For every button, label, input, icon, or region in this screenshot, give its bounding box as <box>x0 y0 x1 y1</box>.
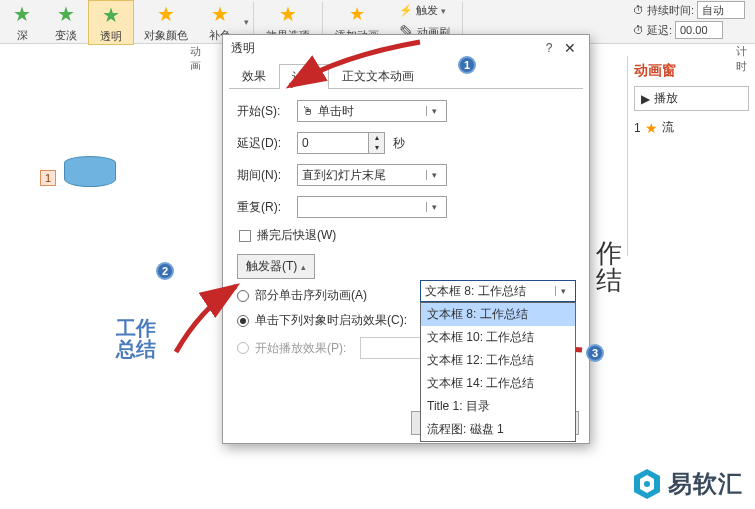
ribbon-label: 变淡 <box>55 28 77 43</box>
dropdown-option[interactable]: 文本框 8: 工作总结 <box>421 303 575 326</box>
animation-list-item[interactable]: 1 ★ 流 <box>634 119 749 136</box>
ribbon-item-objcolor[interactable]: ★ 对象颜色 <box>134 0 198 43</box>
ribbon-label: 对象颜色 <box>144 28 188 43</box>
ribbon-item-deep[interactable]: ★ 深 <box>0 0 44 43</box>
dialog-title: 透明 <box>231 40 539 57</box>
ribbon-label: 深 <box>17 28 28 43</box>
trigger-expand-button[interactable]: 触发器(T) ▴ <box>237 254 315 279</box>
watermark-logo: 易软汇 <box>632 467 743 501</box>
trigger-menu[interactable]: ⚡触发 ▾ <box>395 2 454 19</box>
tab-timing[interactable]: 计时 <box>279 64 329 89</box>
repeat-combo[interactable]: ▾ <box>297 196 447 218</box>
start-label: 开始(S): <box>237 103 297 120</box>
logo-icon <box>632 467 662 501</box>
dialog-tabs: 效果 计时 正文文本动画 <box>229 63 583 89</box>
chevron-down-icon: ▾ <box>555 286 571 296</box>
delay-unit: 秒 <box>393 135 405 152</box>
delay-label: 延迟(D): <box>237 135 297 152</box>
ribbon-item-transparent[interactable]: ★ 透明 <box>88 0 134 45</box>
delay-spinner[interactable]: ▴▾ <box>369 132 385 154</box>
star-icon: ★ <box>99 3 123 27</box>
delay-input[interactable]: 0 <box>297 132 369 154</box>
animation-pane: 动画窗 ▶播放 1 ★ 流 <box>627 56 755 256</box>
star-icon: ★ <box>154 2 178 26</box>
play-icon: ▶ <box>641 92 650 106</box>
help-button[interactable]: ? <box>539 41 559 55</box>
dropdown-option[interactable]: 流程图: 磁盘 1 <box>421 418 575 441</box>
play-from-button[interactable]: ▶播放 <box>634 86 749 111</box>
ribbon-label: 透明 <box>100 29 122 44</box>
dialog-titlebar: 透明 ? ✕ <box>223 35 589 61</box>
duration-combo[interactable]: 直到幻灯片末尾▾ <box>297 164 447 186</box>
trigger-label: 触发 <box>416 3 438 18</box>
ribbon-item-fade[interactable]: ★ 变淡 <box>44 0 88 43</box>
add-anim-icon: ★ <box>345 2 369 26</box>
slide-canvas: 1 工作总结 <box>0 70 215 509</box>
dropdown-option[interactable]: Title 1: 目录 <box>421 395 575 418</box>
star-icon: ★ <box>276 2 300 26</box>
dropdown-option[interactable]: 文本框 12: 工作总结 <box>421 349 575 372</box>
clock-icon: ⏱ <box>633 24 644 36</box>
group-label-anim: 动画 <box>184 44 210 62</box>
animation-pane-title: 动画窗 <box>634 62 749 80</box>
checkbox-icon <box>239 230 251 242</box>
duration-field: ⏱ 持续时间: 自动 <box>629 0 749 20</box>
gallery-more-icon[interactable]: ▾ <box>244 17 249 27</box>
logo-text: 易软汇 <box>668 468 743 500</box>
chevron-up-icon: ▴ <box>301 262 306 272</box>
close-button[interactable]: ✕ <box>559 40 581 56</box>
anim-index-badge[interactable]: 1 <box>40 170 56 186</box>
annotation-badge-3: 3 <box>586 344 604 362</box>
mouse-icon: 🖱 <box>302 104 314 118</box>
trigger-object-combo[interactable]: 文本框 8: 工作总结▾ <box>420 280 576 302</box>
dropdown-option[interactable]: 文本框 14: 工作总结 <box>421 372 575 395</box>
duration-label: 持续时间: <box>647 3 694 18</box>
item-label: 流 <box>662 119 674 136</box>
repeat-label: 重复(R): <box>237 199 297 216</box>
slide-text-behind: 作结 <box>596 240 622 295</box>
duration-input[interactable]: 自动 <box>697 1 745 19</box>
delay-label: 延迟: <box>647 23 672 38</box>
radio-label: 单击下列对象时启动效果(C): <box>255 312 407 329</box>
star-icon: ★ <box>645 120 658 136</box>
item-index: 1 <box>634 121 641 135</box>
tab-effect[interactable]: 效果 <box>229 63 279 88</box>
trigger-object-dropdown: 文本框 8: 工作总结 文本框 10: 工作总结 文本框 12: 工作总结 文本… <box>420 302 576 442</box>
start-combo[interactable]: 🖱 单击时 ▾ <box>297 100 447 122</box>
dropdown-option[interactable]: 文本框 10: 工作总结 <box>421 326 575 349</box>
duration-label: 期间(N): <box>237 167 297 184</box>
star-icon: ★ <box>208 2 232 26</box>
annotation-badge-1: 1 <box>458 56 476 74</box>
svg-point-0 <box>644 481 650 487</box>
radio-label: 部分单击序列动画(A) <box>255 287 367 304</box>
star-icon: ★ <box>10 2 34 26</box>
cylinder-shape[interactable] <box>64 156 116 196</box>
rewind-checkbox[interactable]: 播完后快退(W) <box>239 227 575 244</box>
textbox-work-summary[interactable]: 工作总结 <box>116 318 156 360</box>
delay-field: ⏱ 延迟: 00.00 <box>629 20 749 40</box>
clock-icon: ⏱ <box>633 4 644 16</box>
rewind-label: 播完后快退(W) <box>257 227 336 244</box>
radio-label: 开始播放效果(P): <box>255 340 346 357</box>
delay-input[interactable]: 00.00 <box>675 21 723 39</box>
tab-text-anim[interactable]: 正文文本动画 <box>329 63 427 88</box>
annotation-badge-2: 2 <box>156 262 174 280</box>
chevron-down-icon: ▾ <box>426 106 442 116</box>
star-icon: ★ <box>54 2 78 26</box>
